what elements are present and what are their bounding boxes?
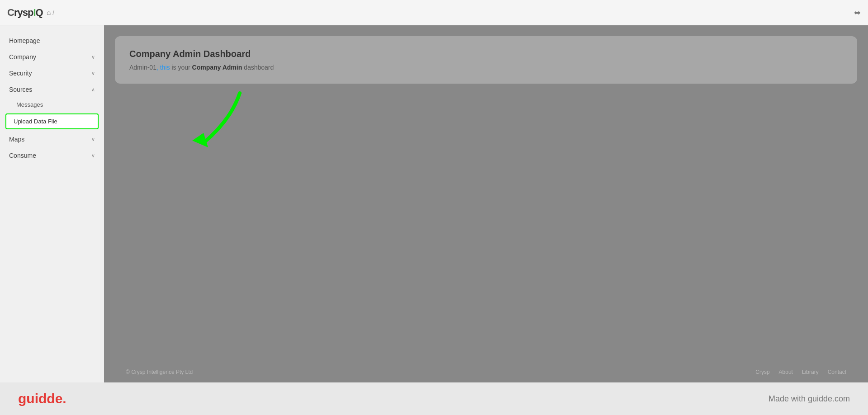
page-footer: © Crysp Intelligence Pty Ltd Crysp About…: [115, 365, 857, 379]
chevron-down-icon: ∨: [91, 54, 95, 60]
chevron-up-icon: ∧: [91, 87, 95, 93]
svg-marker-0: [192, 133, 208, 147]
sidebar-subitem-messages[interactable]: Messages: [0, 98, 104, 112]
footer-link-contact[interactable]: Contact: [828, 369, 846, 375]
greeting-is-your: is your: [170, 64, 192, 71]
logout-icon[interactable]: ⬌: [854, 8, 861, 17]
sidebar-subitem-upload-label: Upload Data File: [14, 118, 57, 125]
content-area: Company Admin Dashboard Admin-01, this i…: [104, 25, 868, 382]
greeting-this: , this: [157, 64, 170, 71]
sidebar-item-consume[interactable]: Consume ∨: [0, 147, 104, 164]
sidebar-item-company-label: Company: [9, 53, 36, 61]
logo: CryspIQ: [7, 7, 43, 19]
sidebar-item-company[interactable]: Company ∨: [0, 49, 104, 65]
topbar: CryspIQ ⌂ / ⬌: [0, 0, 868, 25]
footer-link-crysp[interactable]: Crysp: [755, 369, 769, 375]
guidde-made-with-text: Made with guidde.com: [768, 394, 850, 404]
topbar-left: CryspIQ ⌂ /: [7, 7, 54, 19]
sidebar-item-consume-label: Consume: [9, 152, 36, 159]
sidebar-item-sources-label: Sources: [9, 86, 32, 93]
guidde-bar: guidde. Made with guidde.com: [0, 382, 868, 415]
sidebar-item-maps[interactable]: Maps ∨: [0, 131, 104, 147]
dashboard-greeting: Admin-01, this is your Company Admin das…: [129, 64, 843, 71]
sidebar-item-homepage[interactable]: Homepage: [0, 33, 104, 49]
sidebar-item-security[interactable]: Security ∨: [0, 65, 104, 81]
dashboard-title: Company Admin Dashboard: [129, 49, 843, 59]
greeting-username: Admin-01: [129, 64, 157, 71]
greeting-suffix: dashboard: [242, 64, 274, 71]
chevron-down-icon: ∨: [91, 137, 95, 142]
guidde-logo: guidde.: [18, 391, 66, 406]
chevron-down-icon: ∨: [91, 71, 95, 76]
footer-link-about[interactable]: About: [779, 369, 793, 375]
breadcrumb-home-icon[interactable]: ⌂: [47, 9, 51, 17]
sidebar-item-sources[interactable]: Sources ∧: [0, 81, 104, 98]
annotation-arrow: [167, 84, 258, 156]
sidebar-item-homepage-label: Homepage: [9, 37, 40, 44]
logout-button[interactable]: ⬌: [854, 8, 861, 18]
sidebar-item-security-label: Security: [9, 70, 32, 77]
breadcrumb: ⌂ /: [47, 9, 55, 17]
dashboard-card: Company Admin Dashboard Admin-01, this i…: [115, 36, 857, 84]
sidebar: Homepage Company ∨ Security ∨ Sources ∧ …: [0, 25, 104, 382]
sidebar-subitem-messages-label: Messages: [16, 101, 43, 108]
sidebar-item-maps-label: Maps: [9, 136, 24, 143]
chevron-down-icon: ∨: [91, 153, 95, 159]
footer-links: Crysp About Library Contact: [755, 369, 846, 375]
sidebar-subitem-upload-data-file[interactable]: Upload Data File: [5, 113, 99, 129]
footer-link-library[interactable]: Library: [802, 369, 819, 375]
breadcrumb-separator: /: [52, 9, 54, 16]
greeting-bold: Company Admin: [192, 64, 242, 71]
copyright-text: © Crysp Intelligence Pty Ltd: [126, 369, 193, 375]
main-layout: Homepage Company ∨ Security ∨ Sources ∧ …: [0, 25, 868, 382]
